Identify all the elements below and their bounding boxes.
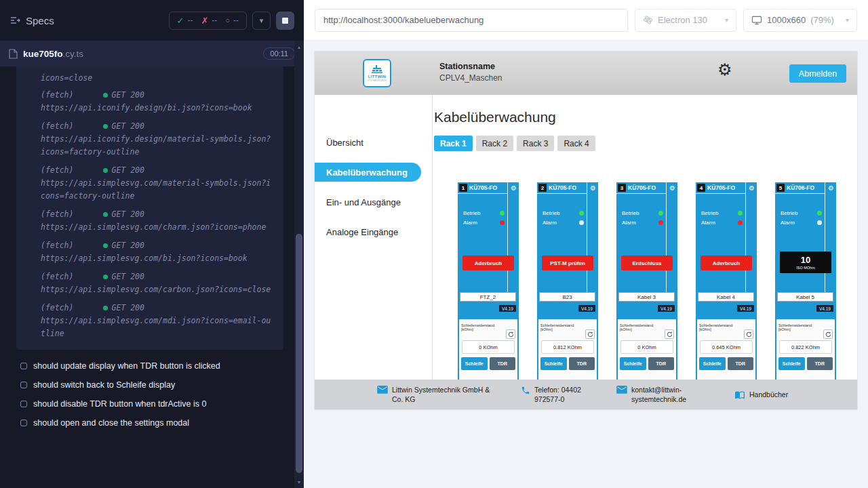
card-header: 3 KÜ705-FO xyxy=(616,182,667,194)
collapse-all-button[interactable]: ▾ xyxy=(252,12,271,30)
module-gear-icon[interactable]: ⚙ xyxy=(749,185,755,192)
tab-rack-4[interactable]: Rack 4 xyxy=(557,136,595,151)
nav-item-kabelueberwachung[interactable]: Kabelüberwachung xyxy=(315,163,421,182)
alarm-led xyxy=(817,220,822,225)
cable-name-input[interactable]: Kabel 5 xyxy=(777,292,833,302)
fetch-url: https://api.iconify.design/bi.json?icons… xyxy=(41,102,271,115)
fetch-log-entry[interactable]: (fetch)GET 200 https://api.simplesvg.com… xyxy=(16,268,283,299)
spec-bar[interactable]: kue705fo.cy.ts 00:11 xyxy=(0,41,304,66)
measurement-label: Schleifenwiderstand [kOhm] xyxy=(540,323,585,332)
module-model: KÜ705-FO xyxy=(707,184,735,191)
refresh-button[interactable] xyxy=(665,329,674,339)
fetch-log-entry[interactable]: (fetch)GET 200 https://api.iconify.desig… xyxy=(16,86,283,117)
alarm-label: Alarm xyxy=(781,220,795,226)
module-card-3: 3 KÜ705-FO ⚙ Betrieb Alarm Erdschluss Ka… xyxy=(616,182,677,409)
test-title[interactable]: should switch back to Schleife display xyxy=(0,375,304,394)
nav-item-ein-und-ausgaenge[interactable]: Ein- und Ausgänge xyxy=(315,187,432,217)
alarm-label: Alarm xyxy=(542,220,557,226)
monitor-icon xyxy=(751,16,762,25)
module-model: KÜ705-FO xyxy=(469,184,497,191)
log-fragment: icons=close xyxy=(16,70,283,86)
tdr-button[interactable]: TDR xyxy=(569,357,595,370)
x-icon: ✗ xyxy=(201,16,208,26)
refresh-button[interactable] xyxy=(585,329,595,339)
email-text: kontakt@littwin-systemtechnik.de xyxy=(631,385,707,404)
status-badge: Aderbruch xyxy=(462,256,514,270)
schleife-button[interactable]: Schleife xyxy=(778,357,805,370)
success-dot-icon xyxy=(103,212,108,217)
fetch-label: (fetch) xyxy=(41,89,73,102)
nav-item-analoge-eingaenge[interactable]: Analoge Eingänge xyxy=(315,217,432,247)
company-text: Littwin Systemtechnik GmbH & Co. KG xyxy=(392,385,500,404)
status-leds: Betrieb Alarm xyxy=(781,208,822,227)
success-dot-icon xyxy=(103,243,108,248)
fetch-log-entry[interactable]: (fetch)GET 200 https://api.simplesvg.com… xyxy=(16,205,283,237)
rack-tabs: Rack 1 Rack 2 Rack 3 Rack 4 xyxy=(434,136,857,151)
module-gear-icon[interactable]: ⚙ xyxy=(590,185,596,192)
scrollbar-thumb[interactable] xyxy=(296,234,302,473)
footer-manuals[interactable]: Handbücher xyxy=(734,390,788,400)
alarm-led xyxy=(658,220,663,225)
card-header: 2 KÜ705-FO xyxy=(537,182,587,194)
tab-rack-2[interactable]: Rack 2 xyxy=(476,136,513,151)
tdr-button[interactable]: TDR xyxy=(648,357,675,370)
refresh-button[interactable] xyxy=(506,329,515,339)
phone-text: Telefon: 04402 972577-0 xyxy=(534,385,606,404)
schleife-button[interactable]: Schleife xyxy=(620,357,646,370)
refresh-button[interactable] xyxy=(744,329,753,339)
app-footer: Littwin Systemtechnik GmbH & Co. KG Tele… xyxy=(315,380,857,409)
viewport-selector[interactable]: 1000x660 (79%) ▾ xyxy=(743,9,857,32)
specs-label: Specs xyxy=(26,15,54,26)
scroll-up-icon[interactable]: ▲ xyxy=(294,42,304,52)
logout-button[interactable]: Abmelden xyxy=(789,64,846,83)
module-gear-icon[interactable]: ⚙ xyxy=(669,185,675,192)
fetch-log-entry[interactable]: (fetch)GET 200 https://api.iconify.desig… xyxy=(16,117,283,161)
test-title[interactable]: should update display when TDR button is… xyxy=(0,357,304,375)
cable-name-input[interactable]: Kabel 3 xyxy=(618,292,675,302)
tab-rack-1[interactable]: Rack 1 xyxy=(434,136,473,151)
app-body: Übersicht Kabelüberwachung Ein- und Ausg… xyxy=(315,95,857,409)
alarm-label: Alarm xyxy=(622,220,636,226)
alarm-led xyxy=(738,220,743,225)
tdr-button[interactable]: TDR xyxy=(807,357,833,370)
browser-preview: Electron 130 ▾ 1000x660 (79%) ▾ LITTWIN … xyxy=(304,0,868,488)
module-gear-icon[interactable]: ⚙ xyxy=(511,185,517,192)
test-title[interactable]: should disable TDR button when tdrActive… xyxy=(0,394,304,413)
cable-name-input[interactable]: Kabel 4 xyxy=(698,292,754,302)
slot-number: 5 xyxy=(776,184,785,192)
footer-email[interactable]: kontakt@littwin-systemtechnik.de xyxy=(616,385,707,404)
fetch-log-entry[interactable]: (fetch)GET 200 https://api.simplesvg.com… xyxy=(16,161,283,205)
scroll-down-icon[interactable]: ▼ xyxy=(294,477,304,487)
module-card-2: 2 KÜ705-FO ⚙ Betrieb Alarm PST-M prüfen … xyxy=(537,182,598,409)
fetch-result: GET 200 xyxy=(111,120,144,133)
fetch-log-entry[interactable]: (fetch)GET 200 https://api.simplesvg.com… xyxy=(16,299,283,343)
module-gear-icon[interactable]: ⚙ xyxy=(828,185,834,192)
tdr-button[interactable]: TDR xyxy=(728,357,754,370)
reporter-scrollbar[interactable]: ▲ ▼ xyxy=(294,41,304,488)
module-model: KÜ705-FO xyxy=(628,184,656,191)
command-log: icons=close (fetch)GET 200 https://api.i… xyxy=(16,66,283,350)
chevron-down-icon: ▾ xyxy=(846,16,849,24)
fetch-log-entry[interactable]: (fetch)GET 200 https://api.simplesvg.com… xyxy=(16,237,283,268)
cable-name-input[interactable]: FTZ_2 xyxy=(460,292,516,302)
cable-name-input[interactable]: B23 xyxy=(539,292,595,302)
url-input[interactable] xyxy=(315,9,628,32)
schleife-button[interactable]: Schleife xyxy=(699,357,726,370)
firmware-version: V4.19 xyxy=(578,305,595,312)
schleife-button[interactable]: Schleife xyxy=(540,357,567,370)
stop-button[interactable] xyxy=(276,12,294,30)
test-state-icon xyxy=(20,420,27,426)
settings-gear-icon[interactable]: ⚙ xyxy=(717,62,732,78)
fetch-result: GET 200 xyxy=(111,89,144,102)
specs-list-icon[interactable] xyxy=(9,15,20,26)
nav-item-uebersicht[interactable]: Übersicht xyxy=(315,127,432,157)
test-state-icon xyxy=(20,382,27,388)
measurement-value: 0.645 KOhm xyxy=(700,340,753,354)
tdr-button[interactable]: TDR xyxy=(490,357,516,370)
refresh-button[interactable] xyxy=(823,329,833,339)
schleife-button[interactable]: Schleife xyxy=(461,357,488,370)
test-title[interactable]: should open and close the settings modal xyxy=(0,413,304,432)
browser-selector[interactable]: Electron 130 ▾ xyxy=(635,9,736,32)
tab-rack-3[interactable]: Rack 3 xyxy=(517,136,554,151)
circle-icon: ○ xyxy=(225,16,230,24)
